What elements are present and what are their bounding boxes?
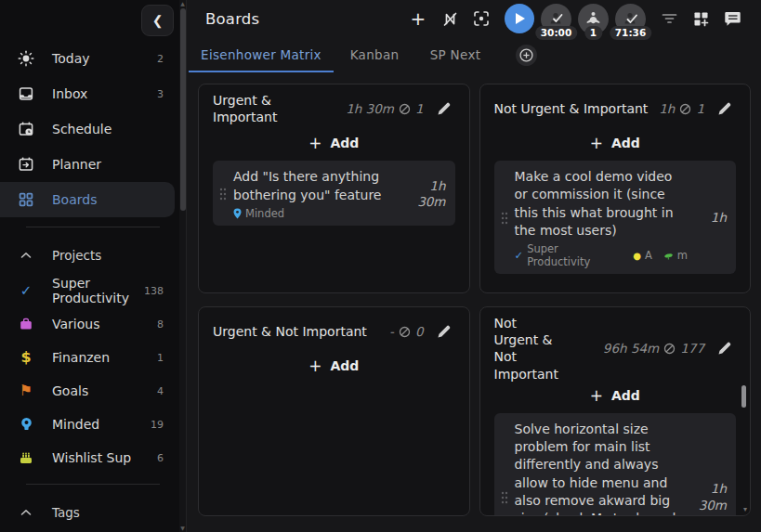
completed-time-button[interactable]: 71:36 xyxy=(615,4,646,34)
feedback-comment-icon[interactable] xyxy=(720,6,744,31)
drag-handle-icon[interactable] xyxy=(496,421,513,516)
tag-label: Super Productivity xyxy=(527,242,622,268)
add-card-button[interactable]: + Add xyxy=(213,350,455,383)
projects-section-label: Projects xyxy=(52,248,101,263)
head-pin-icon xyxy=(0,417,52,432)
tab-label: SP Next xyxy=(430,47,481,62)
panel-stats: 1h 30m 1 xyxy=(346,101,423,116)
drag-handle-icon[interactable] xyxy=(215,168,231,220)
tag-label: A xyxy=(645,249,652,262)
add-card-button[interactable]: + Add xyxy=(494,127,737,161)
sidebar-item-minded[interactable]: Minded 19 xyxy=(0,408,186,441)
page-title: Boards xyxy=(205,10,259,28)
edit-panel-button[interactable] xyxy=(433,320,455,343)
sidebar-item-planner[interactable]: Planner xyxy=(0,147,186,182)
tab-sp-next[interactable]: SP Next xyxy=(415,37,495,72)
task-card[interactable]: Make a cool demo video or commission it … xyxy=(494,161,737,274)
project-count: 138 xyxy=(144,285,164,297)
add-card-button[interactable]: + Add xyxy=(494,384,737,413)
sidebar: ❮ Today 2 Inbox 3 Schedule xyxy=(0,0,186,532)
main-area: Boards + 30:00 1 71:36 xyxy=(186,0,761,532)
dollar-icon: $ xyxy=(0,350,52,365)
add-label: Add xyxy=(330,358,359,373)
tags-section-header[interactable]: Tags xyxy=(0,494,186,531)
sidebar-item-super-productivity[interactable]: ✓ Super Productivity 138 xyxy=(0,274,186,307)
sidebar-item-boards[interactable]: Boards xyxy=(0,182,175,217)
pomodoro-timer-button[interactable]: 30:00 xyxy=(541,4,571,34)
sidebar-item-various[interactable]: Various 8 xyxy=(0,307,186,341)
project-label: Wishlist Sup xyxy=(52,450,157,465)
chevron-up-icon xyxy=(0,509,52,516)
project-label: Finanzen xyxy=(52,350,157,365)
project-tag[interactable]: ✓ Super Productivity xyxy=(515,242,623,268)
dashboard-add-icon[interactable] xyxy=(689,6,713,31)
sidebar-divider xyxy=(26,227,160,227)
project-tag[interactable]: Minded xyxy=(233,207,284,220)
tag-chip[interactable]: m xyxy=(663,249,688,262)
meditation-icon xyxy=(584,10,602,27)
break-reminder-button[interactable]: 1 xyxy=(578,4,609,34)
project-count: 6 xyxy=(157,452,164,464)
task-card[interactable]: Add "Is there anything bothering you" fe… xyxy=(213,161,455,226)
project-count: 4 xyxy=(157,385,164,397)
tab-kanban[interactable]: Kanban xyxy=(334,37,415,72)
person-check-icon xyxy=(548,10,565,27)
play-button[interactable] xyxy=(505,4,534,33)
panel-time: 1h 30m xyxy=(346,101,394,116)
pencil-icon xyxy=(716,340,733,357)
scroll-down-arrow[interactable]: ▾ xyxy=(743,505,747,513)
plant-emoji-icon xyxy=(663,251,674,260)
add-task-icon[interactable]: + xyxy=(406,6,430,31)
scroll-up-arrow[interactable]: ▲ xyxy=(179,1,186,6)
panel-time: 1h xyxy=(659,101,675,116)
add-label: Add xyxy=(611,388,640,403)
project-count: 19 xyxy=(151,419,164,431)
sidebar-item-inbox[interactable]: Inbox 3 xyxy=(0,76,186,111)
sidebar-item-goals[interactable]: ⚑ Goals 4 xyxy=(0,374,186,408)
add-label: Add xyxy=(330,136,359,150)
sun-icon xyxy=(0,50,52,67)
panel-urgent-not-important: Urgent & Not Important - 0 + Add xyxy=(198,306,470,516)
app-window: ❮ Today 2 Inbox 3 Schedule xyxy=(0,0,761,532)
task-time-estimate: 1h xyxy=(689,210,727,227)
panel-scrollbar-thumb[interactable] xyxy=(741,385,746,408)
add-board-button[interactable] xyxy=(516,45,537,66)
task-title: Make a cool demo video or commission it … xyxy=(515,168,689,240)
sidebar-scrollbar-thumb[interactable] xyxy=(180,8,186,211)
task-card[interactable]: Solve horizontal size problem for main l… xyxy=(494,413,737,516)
flag-icon: ⚑ xyxy=(0,383,52,398)
panel-done-count: 177 xyxy=(680,341,704,356)
add-card-button[interactable]: + Add xyxy=(213,127,455,161)
panel-time: 96h 54m xyxy=(603,341,659,356)
sidebar-scrollbar[interactable]: ▲ ▼ xyxy=(179,0,186,532)
task-title: Solve horizontal size problem for main l… xyxy=(515,421,689,516)
scroll-down-arrow[interactable]: ▼ xyxy=(179,526,186,531)
sidebar-item-wishlist-sup[interactable]: Wishlist Sup 6 xyxy=(0,441,186,474)
grid-boards-icon xyxy=(0,191,52,208)
sidebar-collapse-button[interactable]: ❮ xyxy=(141,5,174,36)
plus-icon: + xyxy=(308,134,321,152)
sidebar-item-today[interactable]: Today 2 xyxy=(0,41,186,76)
tag-chip[interactable]: ● A xyxy=(633,249,652,262)
projects-section-header[interactable]: Projects xyxy=(0,237,186,274)
tab-eisenhower-matrix[interactable]: Eisenhower Matrix xyxy=(189,37,334,72)
sidebar-item-count: 2 xyxy=(157,53,164,65)
panel-stats: 96h 54m 177 xyxy=(603,341,704,356)
focus-mode-icon[interactable] xyxy=(469,6,493,31)
project-count: 1 xyxy=(157,352,164,364)
tab-label: Eisenhower Matrix xyxy=(201,47,321,62)
edit-panel-button[interactable] xyxy=(714,97,736,120)
project-label: Goals xyxy=(52,383,157,398)
edit-panel-button[interactable] xyxy=(714,337,736,359)
sidebar-item-finanzen[interactable]: $ Finanzen 1 xyxy=(0,341,186,374)
panel-not-urgent-not-important: Not Urgent & Not Important 96h 54m 177 +… xyxy=(479,306,752,516)
dot-icon: ● xyxy=(633,251,641,261)
chevron-left-icon: ❮ xyxy=(152,13,164,28)
drag-handle-icon[interactable] xyxy=(496,168,513,268)
n-slash-icon[interactable] xyxy=(438,6,462,31)
filter-icon[interactable] xyxy=(657,6,681,31)
tab-label: Kanban xyxy=(350,47,400,62)
sidebar-item-schedule[interactable]: Schedule xyxy=(0,111,186,147)
task-time-estimate: 1h 30m xyxy=(689,481,727,513)
edit-panel-button[interactable] xyxy=(433,97,455,120)
